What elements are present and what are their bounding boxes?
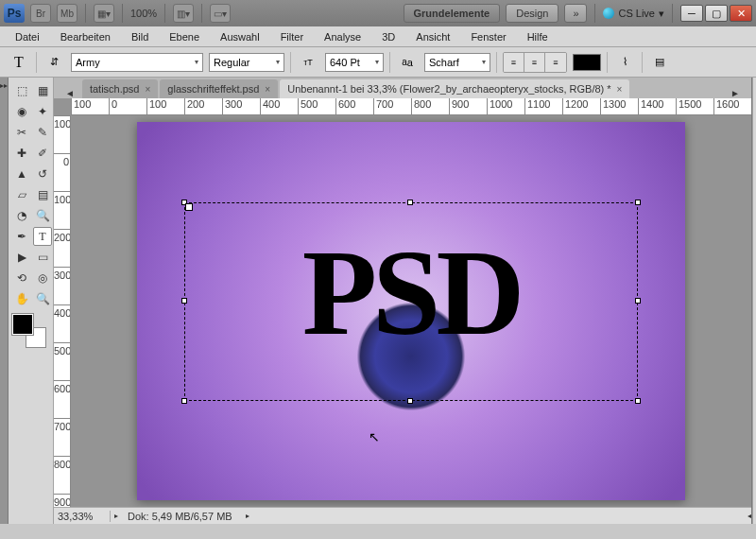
cursor-icon: ↖ bbox=[369, 429, 380, 444]
antialias-value: Scharf bbox=[429, 57, 459, 68]
font-style-dropdown[interactable]: Regular ▾ bbox=[209, 53, 284, 72]
cslive-menu[interactable]: CS Live ▾ bbox=[603, 8, 664, 20]
heal-tool[interactable]: ✚ bbox=[12, 144, 31, 163]
color-swatches[interactable] bbox=[12, 314, 46, 348]
tab-scroll-left[interactable]: ◄ bbox=[61, 88, 78, 98]
bridge-button[interactable]: Br bbox=[30, 4, 51, 23]
3d-camera-tool[interactable]: ◎ bbox=[33, 269, 52, 287]
layout-button[interactable]: ▦▾ bbox=[94, 4, 114, 23]
canvas[interactable]: PSD ↖ bbox=[137, 122, 685, 500]
blur-tool[interactable]: ◔ bbox=[12, 206, 31, 225]
antialias-icon: aa bbox=[396, 52, 419, 73]
separator bbox=[594, 4, 595, 23]
cslive-icon bbox=[603, 8, 614, 19]
character-panel-button[interactable]: ▤ bbox=[648, 52, 671, 73]
align-center-button[interactable]: ≡ bbox=[524, 53, 545, 72]
gradient-tool[interactable]: ▤ bbox=[33, 185, 52, 204]
menu-ansicht[interactable]: Ansicht bbox=[406, 28, 459, 45]
stamp-tool[interactable]: ▲ bbox=[12, 165, 31, 183]
window-minimize[interactable]: ─ bbox=[680, 5, 703, 22]
zoom-label: 100% bbox=[130, 8, 157, 19]
canvas-viewport[interactable]: PSD ↖ bbox=[71, 115, 751, 507]
document-info[interactable]: Dok: 5,49 MB/6,57 MB bbox=[118, 511, 242, 522]
history-brush-tool[interactable]: ↺ bbox=[33, 165, 52, 183]
type-tool[interactable]: T bbox=[33, 227, 52, 246]
shape-tool[interactable]: ▭ bbox=[33, 248, 52, 267]
menu-auswahl[interactable]: Auswahl bbox=[211, 28, 269, 45]
tab-unbenannt1[interactable]: Unbenannt-1 bei 33,3% (Flower2_by_archae… bbox=[280, 79, 629, 98]
close-icon[interactable]: × bbox=[146, 84, 151, 95]
minibridge-button[interactable]: Mb bbox=[57, 4, 77, 23]
3d-tool[interactable]: ⟲ bbox=[12, 269, 31, 287]
screen-mode-button[interactable]: ▭▾ bbox=[210, 4, 231, 23]
tool-preset-icon[interactable]: T bbox=[8, 52, 30, 73]
menu-bar: Datei Bearbeiten Bild Ebene Auswahl Filt… bbox=[0, 26, 756, 47]
status-bar: 33,33% ▸ Dok: 5,49 MB/6,57 MB ▸ ◂ bbox=[54, 507, 751, 524]
separator bbox=[85, 4, 86, 23]
dodge-tool[interactable]: 🔍 bbox=[33, 206, 52, 225]
cslive-label: CS Live bbox=[618, 8, 655, 19]
lasso-tool[interactable]: ◉ bbox=[12, 102, 31, 121]
menu-datei[interactable]: Datei bbox=[6, 28, 49, 45]
hand-tool[interactable]: ✋ bbox=[12, 289, 31, 308]
app-logo[interactable]: Ps bbox=[4, 4, 25, 23]
font-family-dropdown[interactable]: Army ▾ bbox=[71, 53, 203, 72]
menu-3d[interactable]: 3D bbox=[372, 28, 404, 45]
eyedropper-tool[interactable]: ✎ bbox=[33, 123, 52, 142]
toolbox: ⬚ ▦ ◉ ✦ ✂ ✎ ✚ ✐ ▲ ↺ ▱ ▤ ◔ 🔍 ✒ T ▶ ▭ ⟲ ◎ … bbox=[9, 78, 54, 524]
chevron-down-icon: ▾ bbox=[276, 58, 280, 66]
ruler-horizontal[interactable]: 1000100200300400500600700800900100011001… bbox=[71, 98, 751, 115]
close-icon[interactable]: × bbox=[265, 84, 270, 95]
menu-hilfe[interactable]: Hilfe bbox=[518, 28, 558, 45]
workspace-grundelemente[interactable]: Grundelemente bbox=[404, 4, 501, 23]
chevron-down-icon: ▾ bbox=[482, 58, 486, 66]
menu-analyse[interactable]: Analyse bbox=[315, 28, 370, 45]
font-size-dropdown[interactable]: 640 Pt ▾ bbox=[325, 53, 384, 72]
foreground-color[interactable] bbox=[12, 314, 33, 335]
brush-tool[interactable]: ✐ bbox=[33, 144, 52, 163]
menu-bild[interactable]: Bild bbox=[122, 28, 158, 45]
path-select-tool[interactable]: ▶ bbox=[12, 248, 31, 267]
zoom-level[interactable]: 33,33% bbox=[54, 511, 111, 522]
wand-tool[interactable]: ✦ bbox=[33, 102, 52, 121]
title-bar: Ps Br Mb ▦▾ 100% ▥▾ ▭▾ Grundelemente Des… bbox=[0, 0, 756, 26]
workspace-more[interactable]: » bbox=[564, 4, 587, 23]
zoom-tool[interactable]: 🔍 bbox=[33, 289, 52, 308]
separator bbox=[122, 4, 123, 23]
close-icon[interactable]: × bbox=[617, 84, 623, 95]
menu-bearbeiten[interactable]: Bearbeiten bbox=[51, 28, 120, 45]
align-left-button[interactable]: ≡ bbox=[504, 53, 524, 72]
tab-label: glasschrifteffekt.psd bbox=[167, 83, 259, 95]
menu-filter[interactable]: Filter bbox=[271, 28, 313, 45]
tab-scroll-right[interactable]: ► bbox=[727, 88, 744, 98]
eraser-tool[interactable]: ▱ bbox=[12, 185, 31, 204]
left-dock-strip[interactable]: ▸▸ bbox=[0, 78, 9, 524]
ruler-vertical[interactable]: 10001002003004005006007008009001000 bbox=[54, 115, 71, 507]
text-align-group: ≡ ≡ ≡ bbox=[503, 52, 567, 73]
transform-bounding-box[interactable] bbox=[184, 202, 638, 401]
tab-label: tatisch.psd bbox=[90, 83, 140, 95]
separator bbox=[201, 4, 202, 23]
crop-tool[interactable]: ✂ bbox=[12, 123, 31, 142]
window-close[interactable]: ✕ bbox=[730, 5, 752, 22]
window-maximize[interactable]: ▢ bbox=[705, 5, 728, 22]
antialias-dropdown[interactable]: Scharf ▾ bbox=[424, 53, 490, 72]
chevron-down-icon: ▾ bbox=[375, 58, 379, 66]
marquee-tool[interactable]: ▦ bbox=[33, 81, 52, 100]
font-family-value: Army bbox=[76, 57, 100, 68]
chevron-right-icon[interactable]: ▸ bbox=[246, 512, 249, 520]
text-orientation-button[interactable]: ⇵ bbox=[43, 52, 65, 73]
tab-tatisch[interactable]: tatisch.psd × bbox=[82, 79, 158, 98]
workspace-design[interactable]: Design bbox=[506, 4, 558, 23]
warp-text-button[interactable]: ⌇ bbox=[613, 52, 636, 73]
view-extras-button[interactable]: ▥▾ bbox=[173, 4, 194, 23]
align-right-button[interactable]: ≡ bbox=[545, 53, 566, 72]
pen-tool[interactable]: ✒ bbox=[12, 227, 31, 246]
menu-fenster[interactable]: Fenster bbox=[461, 28, 515, 45]
tab-label: Unbenannt-1 bei 33,3% (Flower2_by_archae… bbox=[287, 83, 610, 95]
tab-glasschrift[interactable]: glasschrifteffekt.psd × bbox=[160, 79, 278, 98]
menu-ebene[interactable]: Ebene bbox=[160, 28, 209, 45]
move-tool[interactable]: ⬚ bbox=[12, 81, 31, 100]
text-color-swatch[interactable] bbox=[573, 54, 601, 71]
font-style-value: Regular bbox=[214, 57, 250, 68]
